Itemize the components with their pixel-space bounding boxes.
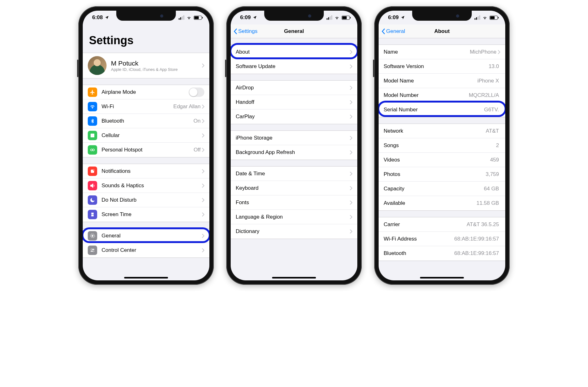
row-label: Fonts	[236, 199, 350, 206]
row-label: CarPlay	[236, 114, 350, 120]
general-row-datetime[interactable]: Date & Time	[231, 167, 357, 181]
settings-row-bluetooth[interactable]: Bluetooth On	[83, 114, 209, 128]
wifi-icon	[482, 15, 488, 20]
settings-row-hotspot[interactable]: Personal Hotspot Off	[83, 143, 209, 157]
row-label: Wi-Fi	[102, 103, 173, 110]
nav-title: General	[284, 28, 304, 34]
row-label: Keyboard	[236, 185, 350, 191]
chevron-right-icon	[202, 133, 204, 138]
settings-row-controlcenter[interactable]: Control Center	[83, 243, 209, 257]
about-row-swver[interactable]: Software Version13.0	[379, 59, 505, 74]
row-label: Background App Refresh	[236, 149, 350, 156]
location-icon	[105, 15, 109, 20]
row-label: Cellular	[102, 132, 202, 139]
general-row-storage[interactable]: iPhone Storage	[231, 131, 357, 145]
row-label: Songs	[384, 142, 496, 149]
page-title: Settings	[83, 24, 209, 50]
about-scroll[interactable]: Name MichPhone Software Version13.0 Mode…	[379, 38, 505, 280]
general-row-refresh[interactable]: Background App Refresh	[231, 145, 357, 160]
about-row-name[interactable]: Name MichPhone	[379, 45, 505, 59]
row-label: Videos	[384, 157, 490, 163]
settings-row-general[interactable]: General	[83, 229, 209, 243]
about-row-available: Available11.58 GB	[379, 196, 505, 210]
general-row-carplay[interactable]: CarPlay	[231, 109, 357, 124]
general-row-airdrop[interactable]: AirDrop	[231, 81, 357, 95]
back-button[interactable]: Settings	[233, 28, 257, 34]
settings-row-airplane[interactable]: Airplane Mode	[83, 85, 209, 99]
back-button[interactable]: General	[381, 28, 405, 34]
chevron-right-icon	[350, 136, 352, 140]
notch	[412, 11, 472, 21]
settings-row-sounds[interactable]: Sounds & Haptics	[83, 178, 209, 193]
general-row-fonts[interactable]: Fonts	[231, 195, 357, 210]
airplane-toggle[interactable]	[189, 87, 204, 97]
back-label: General	[386, 28, 405, 34]
home-indicator[interactable]	[420, 277, 464, 278]
row-label: Bluetooth	[102, 118, 193, 124]
avatar	[88, 56, 107, 75]
general-row-handoff[interactable]: Handoff	[231, 95, 357, 109]
row-value: 68:AB:1E:99:16:57	[454, 236, 499, 242]
general-row-keyboard[interactable]: Keyboard	[231, 181, 357, 195]
svg-point-0	[92, 135, 93, 136]
home-indicator[interactable]	[272, 277, 316, 278]
row-label: Sounds & Haptics	[102, 183, 202, 189]
row-value: G6TV.	[484, 107, 499, 113]
wifi-settings-icon	[88, 102, 97, 111]
row-label: Date & Time	[236, 171, 350, 177]
settings-row-wifi[interactable]: Wi-Fi Edgar Allan	[83, 99, 209, 114]
row-label: Bluetooth	[384, 250, 454, 257]
settings-row-dnd[interactable]: Do Not Disturb	[83, 193, 209, 207]
general-row-language[interactable]: Language & Region	[231, 210, 357, 224]
about-row-modelnum[interactable]: Model NumberMQCR2LL/A	[379, 88, 505, 103]
control-center-icon	[88, 246, 97, 255]
chevron-right-icon	[202, 248, 204, 252]
settings-row-screentime[interactable]: Screen Time	[83, 207, 209, 222]
settings-row-cellular[interactable]: Cellular	[83, 128, 209, 143]
general-row-software[interactable]: Software Update	[231, 59, 357, 74]
back-label: Settings	[238, 28, 257, 34]
battery-icon	[342, 16, 350, 20]
row-label: Language & Region	[236, 214, 350, 220]
chevron-right-icon	[202, 104, 204, 109]
cellular-signal-icon	[475, 15, 480, 20]
general-row-about[interactable]: About	[231, 45, 357, 59]
about-row-capacity: Capacity64 GB	[379, 182, 505, 196]
row-value: AT&T 36.5.25	[467, 221, 499, 228]
row-value: 64 GB	[484, 186, 499, 192]
row-label: Network	[384, 128, 486, 134]
profile-name: M Potuck	[111, 60, 178, 67]
general-scroll[interactable]: About Software Update AirDrop Handoff Ca…	[231, 38, 357, 280]
about-row-serial[interactable]: Serial NumberG6TV.	[379, 103, 505, 117]
phone-frame-3: 6:09 General About Name MichPhone	[374, 6, 510, 285]
location-icon	[253, 15, 257, 20]
chevron-right-icon	[350, 215, 352, 219]
row-label: Wi-Fi Address	[384, 236, 454, 242]
svg-point-9	[93, 251, 94, 252]
about-row-network: NetworkAT&T	[379, 124, 505, 138]
settings-scroll[interactable]: Settings M Potuck Apple ID, iCloud, iTun…	[83, 24, 209, 280]
row-label: Name	[384, 49, 470, 55]
chevron-right-icon	[202, 148, 204, 152]
row-value: iPhone X	[477, 78, 499, 84]
apple-id-row[interactable]: M Potuck Apple ID, iCloud, iTunes & App …	[83, 53, 209, 78]
row-label: Model Number	[384, 92, 469, 98]
row-value: 11.58 GB	[476, 200, 499, 206]
screentime-icon	[88, 210, 97, 219]
general-row-dictionary[interactable]: Dictionary	[231, 224, 357, 239]
row-value: 459	[490, 157, 499, 163]
settings-row-notifications[interactable]: Notifications	[83, 164, 209, 178]
home-indicator[interactable]	[124, 277, 168, 278]
chevron-right-icon	[350, 100, 352, 104]
row-label: Control Center	[102, 247, 202, 253]
row-label: Screen Time	[102, 211, 202, 218]
row-value: On	[193, 118, 201, 124]
row-label: Handoff	[236, 99, 350, 105]
about-row-wifiaddr: Wi-Fi Address68:AB:1E:99:16:57	[379, 232, 505, 246]
chevron-right-icon	[350, 86, 352, 90]
chevron-right-icon	[350, 200, 352, 205]
about-row-modelname[interactable]: Model NameiPhone X	[379, 74, 505, 88]
row-value: Edgar Allan	[173, 103, 201, 110]
phone-frame-2: 6:09 Settings General About	[226, 6, 362, 285]
sounds-icon	[88, 181, 97, 190]
